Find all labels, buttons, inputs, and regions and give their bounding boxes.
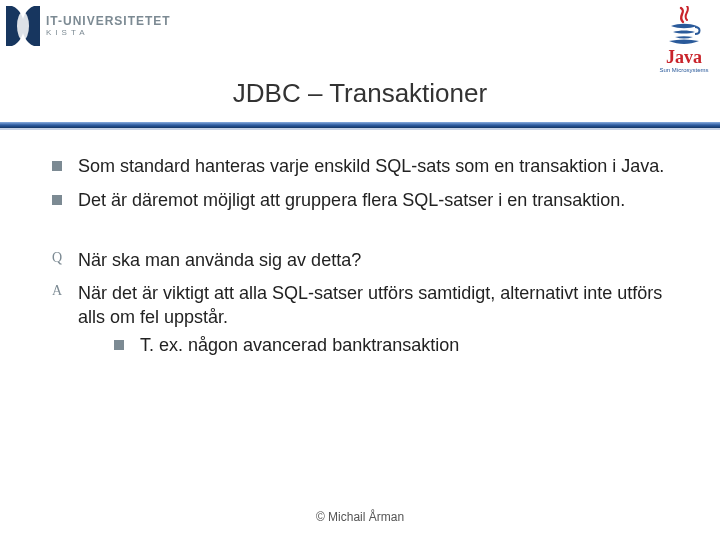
svg-point-0 xyxy=(17,12,29,40)
slide-footer: © Michail Årman xyxy=(0,510,720,524)
bullet-item: Som standard hanteras varje enskild SQL-… xyxy=(52,155,672,179)
answer-item: A När det är viktigt att alla SQL-satser… xyxy=(52,282,672,357)
answer-main: När det är viktigt att alla SQL-satser u… xyxy=(78,283,662,327)
bullet-text: Som standard hanteras varje enskild SQL-… xyxy=(78,155,672,179)
square-bullet-icon xyxy=(52,155,78,171)
slide-body: Som standard hanteras varje enskild SQL-… xyxy=(52,155,672,368)
title-separator xyxy=(0,118,720,132)
slide: IT-UNIVERSITETET KISTA Java Sun Microsys… xyxy=(0,0,720,540)
itu-logo-text: IT-UNIVERSITETET KISTA xyxy=(46,15,171,37)
bullet-text: Det är däremot möjligt att gruppera fler… xyxy=(78,189,672,213)
square-bullet-icon xyxy=(114,334,140,350)
java-cup-icon xyxy=(665,6,703,50)
itu-logo: IT-UNIVERSITETET KISTA xyxy=(6,6,171,46)
slide-title: JDBC – Transaktioner xyxy=(0,78,720,109)
itu-logo-line1: IT-UNIVERSITETET xyxy=(46,15,171,27)
itu-logo-mark-icon xyxy=(6,6,40,46)
java-logo: Java Sun Microsystems xyxy=(654,6,714,73)
a-marker: A xyxy=(52,282,78,300)
square-bullet-icon xyxy=(52,189,78,205)
question-item: Q När ska man använda sig av detta? xyxy=(52,249,672,273)
itu-logo-line2: KISTA xyxy=(46,29,171,37)
java-wordmark: Java xyxy=(654,48,714,66)
answer-text: När det är viktigt att alla SQL-satser u… xyxy=(78,282,672,357)
question-text: När ska man använda sig av detta? xyxy=(78,249,672,273)
answer-sub-item: T. ex. någon avancerad banktransaktion xyxy=(114,334,672,358)
answer-sub-text: T. ex. någon avancerad banktransaktion xyxy=(140,334,672,358)
q-marker: Q xyxy=(52,249,78,267)
java-subline: Sun Microsystems xyxy=(654,67,714,73)
bullet-item: Det är däremot möjligt att gruppera fler… xyxy=(52,189,672,213)
